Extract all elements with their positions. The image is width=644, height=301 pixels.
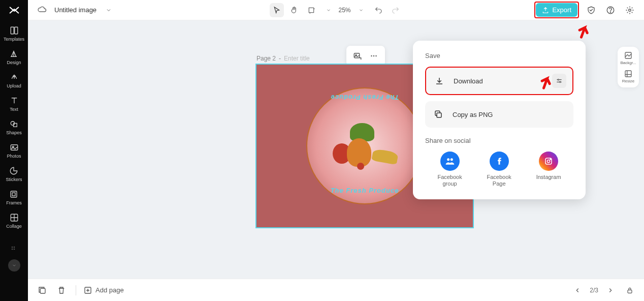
crop-tool-icon[interactable] [304, 3, 318, 17]
select-tool-icon[interactable] [269, 3, 283, 17]
sidebar-label: Templates [4, 37, 24, 42]
export-button-label: Export [552, 6, 571, 14]
canvas-area[interactable]: Page 2 - The Fresh Produce [28, 20, 644, 279]
doc-title[interactable]: Untitled image [54, 6, 96, 14]
prev-page-icon[interactable] [570, 283, 585, 297]
copy-png-label: Copy as PNG [453, 111, 567, 118]
sidebar-item-stickers[interactable]: Stickers [6, 166, 22, 182]
redo-icon[interactable] [389, 3, 403, 17]
sidebar-label: Collage [6, 224, 22, 229]
sidebar-item-text[interactable]: Text [9, 96, 19, 112]
doc-title-chevron-icon[interactable] [102, 3, 116, 17]
page-title-input[interactable] [284, 55, 319, 62]
duplicate-page-icon[interactable] [35, 283, 49, 297]
shield-icon[interactable] [584, 3, 598, 17]
sidebar-label: Photos [7, 154, 21, 159]
sidebar-label: Shapes [6, 130, 22, 135]
settings-icon[interactable] [623, 3, 637, 17]
share-facebook-group[interactable]: Facebook group [437, 152, 462, 187]
export-icon [542, 7, 549, 14]
sidebar-item-design[interactable]: Design [7, 49, 21, 65]
annotation-arrow-icon [539, 74, 553, 89]
rp-label: Backgr... [620, 61, 636, 65]
copy-png-button[interactable]: Copy as PNG [425, 101, 573, 128]
social-label: Facebook Page [487, 174, 511, 187]
sidebar-item-shapes[interactable]: Shapes [6, 119, 22, 135]
sidebar-avatar[interactable] [8, 259, 20, 272]
frames-icon [9, 189, 19, 199]
svg-rect-0 [11, 27, 14, 34]
sidebar-label: Design [7, 60, 21, 65]
crop-chevron-icon[interactable] [321, 3, 335, 17]
export-popover: Save Download Copy as PNG Share on socia… [413, 41, 586, 199]
svg-rect-1 [14, 27, 17, 34]
svg-rect-32 [40, 288, 45, 293]
save-heading: Save [425, 52, 573, 59]
svg-point-30 [547, 160, 550, 162]
resize-button[interactable]: Resize [622, 69, 634, 83]
svg-rect-13 [309, 8, 313, 12]
delete-page-icon[interactable] [54, 283, 69, 297]
page-meta: Page 2 - [256, 55, 319, 62]
svg-point-25 [560, 81, 561, 82]
design-icon [9, 49, 19, 59]
download-icon [432, 74, 446, 88]
copy-icon [431, 107, 445, 122]
more-apps-icon[interactable] [10, 245, 18, 253]
background-icon [624, 51, 633, 60]
vegetables-illustration [332, 123, 398, 169]
lock-icon[interactable] [623, 283, 637, 297]
sidebar-label: Stickers [6, 177, 22, 182]
hand-tool-icon[interactable] [286, 3, 301, 17]
export-button[interactable]: Export [536, 3, 577, 17]
help-icon[interactable] [603, 3, 618, 17]
svg-point-10 [13, 247, 15, 248]
svg-point-15 [610, 12, 610, 12]
right-panel: Backgr... Resize [618, 47, 639, 87]
instagram-icon [539, 152, 558, 171]
svg-point-19 [371, 55, 372, 56]
export-highlight: Export [534, 2, 579, 18]
page-number-label: Page 2 [256, 55, 276, 62]
share-instagram[interactable]: Instagram [536, 152, 561, 187]
download-settings-icon[interactable] [552, 74, 566, 88]
upload-icon [9, 72, 19, 82]
app-logo[interactable] [8, 4, 20, 16]
svg-rect-7 [12, 193, 15, 196]
collage-icon [9, 213, 19, 223]
cloud-sync-icon[interactable] [35, 3, 49, 17]
undo-icon[interactable] [371, 3, 385, 17]
sidebar-item-upload[interactable]: Upload [7, 72, 21, 88]
add-page-button[interactable]: Add page [83, 286, 124, 295]
canvas-mini-toolbar [346, 46, 385, 66]
zoom-chevron-icon[interactable] [354, 3, 368, 17]
share-facebook-page[interactable]: Facebook Page [487, 152, 511, 187]
photos-icon [9, 142, 19, 153]
more-options-icon[interactable] [367, 49, 381, 63]
sidebar-label: Frames [6, 200, 22, 205]
replace-image-icon[interactable] [350, 49, 365, 63]
svg-point-20 [373, 55, 374, 56]
svg-point-27 [447, 158, 449, 161]
sidebar-label: Upload [7, 83, 21, 88]
svg-rect-6 [11, 191, 17, 197]
logo-badge[interactable]: The Fresh Produce The Fresh Produce [306, 87, 423, 204]
left-sidebar: Templates Design Upload Text Shapes Phot… [0, 0, 28, 301]
svg-point-11 [11, 249, 13, 250]
zoom-level[interactable]: 25% [338, 7, 350, 14]
sidebar-item-frames[interactable]: Frames [6, 189, 22, 205]
badge-text-bottom: The Fresh Produce [331, 187, 399, 194]
sidebar-item-collage[interactable]: Collage [6, 213, 22, 229]
templates-icon [9, 25, 19, 36]
background-button[interactable]: Backgr... [620, 51, 636, 65]
svg-point-16 [629, 9, 631, 11]
download-label: Download [454, 77, 545, 85]
sidebar-item-photos[interactable]: Photos [7, 142, 21, 159]
sidebar-item-templates[interactable]: Templates [4, 25, 24, 42]
svg-point-21 [375, 55, 376, 56]
next-page-icon[interactable] [603, 283, 618, 297]
page-indicator: 2/3 [590, 287, 598, 294]
svg-point-28 [450, 158, 453, 161]
svg-point-24 [558, 79, 559, 80]
social-label: Facebook group [437, 174, 462, 187]
